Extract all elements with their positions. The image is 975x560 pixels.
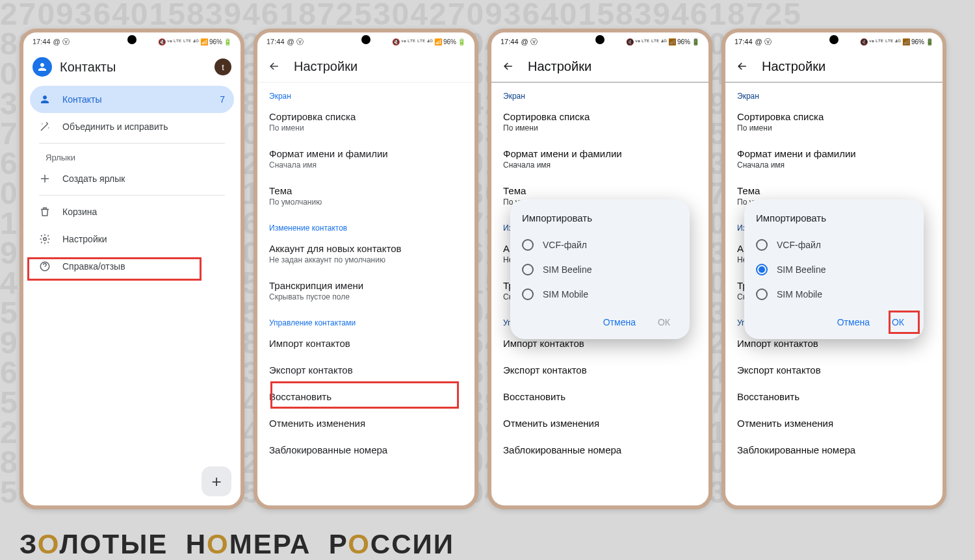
divider (39, 143, 225, 144)
clock-text: 17:44 (32, 38, 51, 45)
radio-icon (522, 239, 534, 251)
item-name-format[interactable]: Формат имени и фамилии Сначала имя (257, 140, 474, 177)
item-title: Восстановить (269, 391, 463, 402)
radio-icon (756, 239, 768, 251)
contacts-count-badge: 7 (220, 94, 225, 105)
nav-create-label[interactable]: Создать ярлык (30, 165, 234, 192)
item-title: Аккаунт для новых контактов (269, 243, 463, 254)
plus-icon (39, 173, 51, 185)
profile-avatar[interactable]: t (214, 58, 231, 75)
status-bar: 17:44 @ ⓥ 🔇ᵛᵒ ᴸᵀᴱ ᴸᵀᴱ ⁴ᴳ 📶 96%🔋 (23, 32, 240, 51)
item-default-account[interactable]: Аккаунт для новых контактов Не задан акк… (257, 235, 474, 272)
nav-label: Контакты (62, 94, 101, 105)
radio-icon (522, 288, 534, 300)
item-title: Импорт контактов (269, 338, 463, 349)
dialog-overlay: Импортировать VCF-файл SIM Beeline SIM M… (725, 32, 942, 505)
section-manage-contacts: Управление контактами (257, 309, 474, 330)
trash-icon (39, 206, 51, 218)
ok-button[interactable]: ОК (650, 312, 678, 333)
nav-help[interactable]: Справка/отзыв (30, 253, 234, 280)
item-blocked-numbers[interactable]: Заблокированные номера (257, 437, 474, 463)
item-title: Формат имени и фамилии (269, 148, 463, 159)
item-title: Тема (269, 185, 463, 196)
item-restore[interactable]: Восстановить (257, 383, 474, 410)
nav-label: Объединить и исправить (62, 121, 168, 132)
item-subtitle: По умолчанию (269, 197, 463, 207)
labels-section-header: Ярлыки (30, 146, 234, 165)
item-title: Транскрипция имени (269, 280, 463, 291)
help-icon (39, 261, 51, 272)
radio-sim-mobile[interactable]: SIM Mobile (756, 282, 912, 307)
person-icon (39, 94, 51, 105)
cancel-button[interactable]: Отмена (595, 312, 644, 333)
item-title: Сортировка списка (269, 111, 463, 122)
battery-text: 96% (209, 38, 222, 45)
radio-sim-beeline[interactable]: SIM Beeline (756, 257, 912, 282)
item-undo-changes[interactable]: Отменить изменения (257, 410, 474, 437)
item-subtitle: Скрывать пустое поле (269, 292, 463, 301)
gear-icon (39, 233, 51, 245)
contacts-app-icon (32, 57, 52, 77)
camera-cutout (361, 35, 370, 44)
divider (39, 195, 225, 196)
item-name-transcription[interactable]: Транскрипция имени Скрывать пустое поле (257, 272, 474, 309)
brand-footer: ЗОЛОТЫЕ НОМЕРА РОССИИ (20, 529, 454, 560)
settings-header: Настройки (257, 51, 474, 83)
cancel-button[interactable]: Отмена (829, 312, 878, 333)
phone-screenshot-3: 17:44 @ ⓥ 🔇ᵛᵒ ᴸᵀᴱ ᴸᵀᴱ ⁴ᴳ 📶 96%🔋 Настройк… (488, 29, 712, 509)
item-subtitle: Сначала имя (269, 160, 463, 170)
item-subtitle: Не задан аккаунт по умолчанию (269, 255, 463, 264)
nav-merge-fix[interactable]: Объединить и исправить (30, 113, 234, 140)
section-edit-contacts: Изменение контактов (257, 214, 474, 235)
svg-point-0 (44, 238, 47, 241)
section-screen: Экран (257, 83, 474, 103)
wand-icon (39, 121, 51, 133)
radio-vcf[interactable]: VCF-файл (522, 233, 678, 257)
dialog-title: Импортировать (756, 212, 912, 223)
item-title: Заблокированные номера (269, 444, 463, 455)
radio-sim-beeline[interactable]: SIM Beeline (522, 257, 678, 282)
dialog-title: Импортировать (522, 212, 678, 223)
nav-label: Корзина (62, 207, 97, 217)
camera-cutout (127, 35, 136, 44)
radio-sim-mobile[interactable]: SIM Mobile (522, 282, 678, 307)
nav-settings[interactable]: Настройки (30, 225, 234, 253)
item-theme[interactable]: Тема По умолчанию (257, 177, 474, 214)
import-dialog: Импортировать VCF-файл SIM Beeline SIM M… (744, 199, 924, 339)
import-dialog: Импортировать VCF-файл SIM Beeline SIM M… (510, 199, 690, 339)
nav-label: Создать ярлык (62, 173, 125, 184)
app-header: Контакты t (23, 51, 240, 83)
item-import-contacts[interactable]: Импорт контактов (257, 330, 474, 357)
phone-screenshot-4: 17:44 @ ⓥ 🔇ᵛᵒ ᴸᵀᴱ ᴸᵀᴱ ⁴ᴳ 📶 96%🔋 Настройк… (722, 29, 946, 509)
add-contact-fab[interactable]: + (202, 466, 231, 496)
item-title: Экспорт контактов (269, 364, 463, 375)
back-button[interactable] (266, 58, 282, 74)
page-title: Настройки (294, 59, 358, 74)
radio-icon (522, 264, 534, 275)
page-title: Контакты (60, 60, 207, 75)
dialog-overlay: Импортировать VCF-файл SIM Beeline SIM M… (491, 32, 708, 505)
phone-screenshot-1: 17:44 @ ⓥ 🔇ᵛᵒ ᴸᵀᴱ ᴸᵀᴱ ⁴ᴳ 📶 96%🔋 Контакты… (20, 29, 244, 509)
item-export-contacts[interactable]: Экспорт контактов (257, 357, 474, 383)
phone-screenshot-2: 17:44 @ ⓥ 🔇ᵛᵒ ᴸᵀᴱ ᴸᵀᴱ ⁴ᴳ 📶 96%🔋 Настройк… (254, 29, 478, 509)
nav-contacts[interactable]: Контакты 7 (30, 86, 234, 113)
radio-icon-checked (756, 264, 768, 275)
radio-icon (756, 288, 768, 300)
item-sort-list[interactable]: Сортировка списка По имени (257, 103, 474, 140)
item-title: Отменить изменения (269, 418, 463, 429)
nav-label: Справка/отзыв (62, 261, 125, 272)
radio-vcf[interactable]: VCF-файл (756, 233, 912, 257)
nav-label: Настройки (62, 234, 107, 244)
ok-button[interactable]: ОК (884, 312, 912, 333)
plus-icon: + (211, 472, 221, 492)
status-bar: 17:44 @ ⓥ 🔇ᵛᵒ ᴸᵀᴱ ᴸᵀᴱ ⁴ᴳ 📶 96%🔋 (257, 32, 474, 51)
item-subtitle: По имени (269, 123, 463, 133)
nav-trash[interactable]: Корзина (30, 198, 234, 225)
